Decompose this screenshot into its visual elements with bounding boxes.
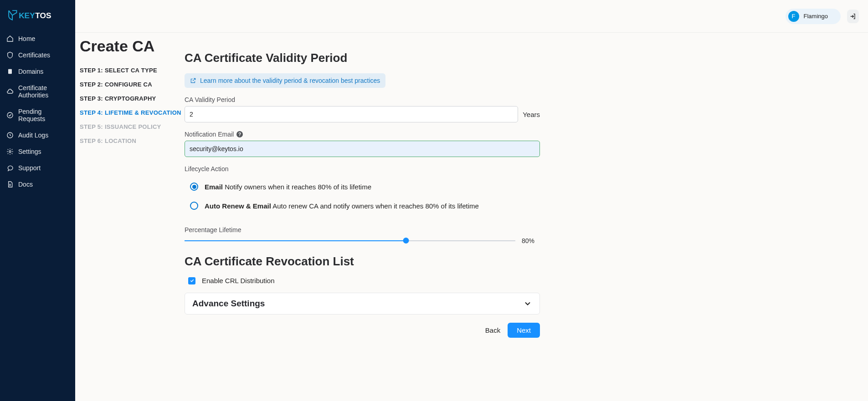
topbar: F Flamingo	[75, 0, 868, 33]
check-circle-icon	[6, 112, 14, 119]
wizard-step-4[interactable]: STEP 4: LIFETIME & REVOCATION	[80, 106, 185, 120]
logout-icon	[849, 13, 857, 20]
svg-point-3	[7, 112, 13, 118]
clock-icon	[6, 132, 14, 139]
wizard-step-2[interactable]: STEP 2: CONFIGURE CA	[80, 77, 185, 91]
validity-label: CA Validity Period	[185, 96, 540, 103]
badge-icon	[6, 68, 14, 75]
cloud-icon	[6, 88, 14, 95]
sidebar-item-label: Domains	[18, 68, 43, 75]
back-button[interactable]: Back	[485, 326, 500, 334]
sidebar-item-support[interactable]: Support	[0, 160, 75, 176]
learn-more-text: Learn more about the validity period & r…	[200, 77, 380, 84]
sidebar-item-label: Settings	[18, 148, 41, 155]
gear-icon	[6, 148, 14, 155]
svg-rect-2	[8, 69, 12, 74]
logout-button[interactable]	[847, 10, 859, 23]
sidebar-item-home[interactable]: Home	[0, 30, 75, 47]
section-validity-heading: CA Certificate Validity Period	[185, 51, 540, 65]
lifecycle-radio-1[interactable]: Auto Renew & Email Auto renew CA and not…	[185, 196, 540, 215]
radio-icon	[190, 202, 198, 210]
learn-more-link[interactable]: Learn more about the validity period & r…	[185, 73, 385, 88]
shield-icon	[6, 51, 14, 59]
user-menu[interactable]: F Flamingo	[786, 9, 841, 24]
lifecycle-label: Lifecycle Action	[185, 165, 540, 173]
sidebar-item-label: Audit Logs	[18, 132, 48, 139]
main-panel: F Flamingo Create CA STEP 1: SELECT CA T…	[75, 0, 868, 401]
user-name: Flamingo	[804, 13, 828, 20]
next-button[interactable]: Next	[508, 323, 540, 338]
sidebar-item-docs[interactable]: Docs	[0, 176, 75, 193]
notification-email-input[interactable]	[185, 141, 540, 157]
section-crl-heading: CA Certificate Revocation List	[185, 254, 540, 269]
wizard-step-5: STEP 5: ISSUANCE POLICY	[80, 120, 185, 134]
chevron-down-icon	[523, 299, 532, 308]
wizard-step-1[interactable]: STEP 1: SELECT CA TYPE	[80, 63, 185, 77]
svg-point-5	[9, 151, 11, 152]
crl-checkbox[interactable]	[188, 277, 195, 284]
page-title: Create CA	[80, 37, 185, 55]
wizard-steps-panel: Create CA STEP 1: SELECT CA TYPESTEP 2: …	[80, 37, 185, 338]
sidebar-item-label: Certificates	[18, 51, 50, 59]
svg-text:TOS: TOS	[35, 11, 51, 20]
avatar: F	[788, 11, 799, 22]
keytos-logo-icon: KEY TOS	[7, 9, 57, 21]
sidebar-item-domains[interactable]: Domains	[0, 63, 75, 80]
logo[interactable]: KEY TOS	[0, 5, 75, 30]
form-panel: CA Certificate Validity Period Learn mor…	[185, 37, 540, 338]
sidebar-item-certificate-authorities[interactable]: Certificate Authorities	[0, 80, 75, 103]
svg-text:KEY: KEY	[19, 11, 35, 20]
sidebar-item-settings[interactable]: Settings	[0, 143, 75, 160]
check-icon	[190, 278, 195, 283]
sidebar-item-label: Pending Requests	[18, 108, 69, 122]
validity-input[interactable]	[185, 106, 518, 122]
external-link-icon	[190, 77, 196, 84]
doc-icon	[6, 181, 14, 188]
sidebar-item-label: Docs	[18, 181, 33, 188]
lifecycle-radio-0[interactable]: Email Notify owners when it reaches 80% …	[185, 177, 540, 196]
sidebar: KEY TOS Home Certificates Domains Certif…	[0, 0, 75, 401]
percent-slider[interactable]	[185, 240, 515, 242]
sidebar-item-certificates[interactable]: Certificates	[0, 47, 75, 63]
chat-icon	[6, 164, 14, 172]
slider-thumb[interactable]	[403, 238, 409, 244]
radio-label: Auto Renew & Email Auto renew CA and not…	[205, 202, 479, 210]
percent-value: 80%	[522, 237, 540, 244]
sidebar-item-label: Certificate Authorities	[18, 84, 69, 99]
wizard-step-3[interactable]: STEP 3: CRYPTOGRAPHY	[80, 91, 185, 106]
sidebar-item-label: Home	[18, 35, 35, 42]
help-icon[interactable]: ?	[236, 131, 243, 137]
advance-settings-accordion[interactable]: Advance Settings	[185, 293, 540, 315]
radio-label: Email Notify owners when it reaches 80% …	[205, 183, 371, 191]
accordion-title: Advance Settings	[192, 299, 265, 309]
radio-icon	[190, 183, 198, 191]
percent-label: Percentage Lifetime	[185, 226, 540, 233]
sidebar-item-pending-requests[interactable]: Pending Requests	[0, 103, 75, 127]
crl-checkbox-label: Enable CRL Distribution	[202, 277, 275, 284]
email-label: Notification Email ?	[185, 131, 540, 138]
home-icon	[6, 35, 14, 42]
wizard-step-6: STEP 6: LOCATION	[80, 134, 185, 148]
validity-unit: Years	[523, 111, 540, 118]
sidebar-item-audit-logs[interactable]: Audit Logs	[0, 127, 75, 143]
sidebar-item-label: Support	[18, 164, 41, 172]
